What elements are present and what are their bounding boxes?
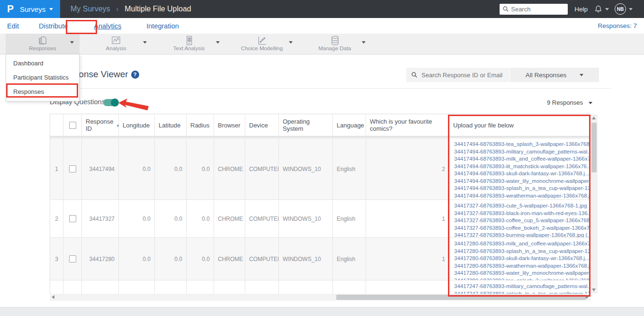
file-link[interactable]: 34417494-68763893-military_camouflage_pa… xyxy=(454,148,590,156)
toolbar-label: Choice Modelling xyxy=(225,45,298,51)
cell-latitude xyxy=(155,280,187,294)
toolbar-item-choice-modelling[interactable]: Choice Modelling xyxy=(225,34,298,54)
file-link[interactable]: 34417280-68763893-skull-dark-fantasy-wr-… xyxy=(454,255,590,262)
row-checkbox[interactable] xyxy=(69,255,76,262)
responses-dropdown-menu: Dashboard Participant Statistics Respons… xyxy=(6,54,80,101)
cell-language: English xyxy=(333,238,366,280)
toggle-knob xyxy=(111,99,119,107)
file-link[interactable]: 34417494-68763893-splash_in_a_tea_cup-wa… xyxy=(454,185,590,192)
responses-count-dropdown[interactable]: 9 Responses xyxy=(547,99,592,106)
header-upload-question[interactable]: Upload your file below xyxy=(449,114,590,136)
header-browser[interactable]: Browser xyxy=(214,114,245,136)
file-link[interactable]: 34417280-68763893-water_lily_monochrome-… xyxy=(454,270,590,277)
file-link[interactable]: 34417327-68763893-burning-wallpaper-1366… xyxy=(454,232,590,238)
file-link[interactable]: 34417494-68763893-water_lily_monochrome-… xyxy=(454,178,590,185)
tab-analytics[interactable]: Analytics xyxy=(94,22,121,30)
cell-latitude: 0.0 xyxy=(155,238,187,280)
display-questions-toggle[interactable] xyxy=(103,99,118,106)
tab-distribute[interactable]: Distribute xyxy=(39,22,68,30)
account-menu[interactable]: NB xyxy=(615,3,633,15)
header-longitude[interactable]: Longitude xyxy=(119,114,155,136)
avatar: NB xyxy=(615,3,626,15)
global-search[interactable] xyxy=(500,4,568,15)
header-comics-question[interactable]: Which is your favourite comics? xyxy=(366,114,449,136)
file-link[interactable]: 34417327-68763893-black-iron-man-with-re… xyxy=(454,210,590,217)
help-link[interactable]: Help xyxy=(574,6,588,13)
responses-count-link[interactable]: Responses: 7 xyxy=(598,22,637,29)
analysis-icon xyxy=(80,35,152,46)
cell-browser: CHROME xyxy=(214,138,245,200)
cell-response-id[interactable]: 34417327 xyxy=(82,200,119,238)
horizontal-scrollbar[interactable] xyxy=(50,294,590,301)
file-link[interactable]: 34417280-68763893-weatherman-wallpaper-1… xyxy=(454,262,590,270)
notifications-button[interactable] xyxy=(594,5,609,13)
file-link[interactable]: 34417494-68763893-tea_splash_3-wallpaper… xyxy=(454,141,590,148)
toolbar-item-text-analysis[interactable]: Text Analysis xyxy=(152,34,225,54)
header-radius[interactable]: Radius xyxy=(187,114,214,136)
menu-item-responses[interactable]: Responses xyxy=(6,85,79,99)
cell-uploaded-files: 34417280-68763893-milk_and_coffee-wallpa… xyxy=(449,238,590,280)
file-link[interactable]: 34417494-68763893-weatherman-wallpaper-1… xyxy=(454,192,590,200)
toolbar-item-analysis[interactable]: Analysis xyxy=(80,34,152,54)
file-link[interactable]: 34417327-68763893-coffee_cup_5-wallpaper… xyxy=(454,217,590,225)
cell-latitude: 0.0 xyxy=(155,138,187,200)
horizontal-scroll-thumb[interactable] xyxy=(336,295,586,300)
chevron-down-icon[interactable] xyxy=(70,41,74,44)
scroll-left-arrow-icon[interactable] xyxy=(52,295,54,299)
app-switcher[interactable]: P Surveys xyxy=(0,0,60,18)
chevron-down-icon[interactable] xyxy=(289,41,293,44)
search-input[interactable] xyxy=(500,4,568,15)
header-response-id[interactable]: Response ID▲ xyxy=(82,114,119,136)
bell-icon xyxy=(594,5,602,13)
response-filter-dropdown[interactable]: All Responses xyxy=(510,68,599,82)
chevron-down-icon[interactable] xyxy=(143,41,147,44)
file-link[interactable]: 34417280-68763893-milk_and_coffee-wallpa… xyxy=(454,240,590,248)
table-header-row: Response ID▲ Longitude Latitude Radius B… xyxy=(50,114,590,136)
chevron-down-icon xyxy=(629,8,633,10)
file-link[interactable]: 34417280-68763893-tea_splash_3-wallpaper… xyxy=(454,277,590,281)
chevron-down-icon[interactable] xyxy=(216,41,220,44)
cell-response-id[interactable]: 34417494 xyxy=(82,138,119,200)
chevron-down-icon xyxy=(49,8,53,10)
chevron-down-icon xyxy=(580,74,583,76)
file-link[interactable]: 34417247-68763893-military_camouflage_pa… xyxy=(454,283,590,290)
menu-item-dashboard[interactable]: Dashboard xyxy=(6,56,79,71)
scroll-down-arrow-icon[interactable] xyxy=(592,289,596,291)
chevron-down-icon xyxy=(605,8,609,10)
cell-latitude: 0.0 xyxy=(155,200,187,238)
toolbar-item-responses[interactable]: Responses xyxy=(6,34,80,54)
scroll-up-arrow-icon[interactable] xyxy=(592,117,596,119)
cell-longitude: 0.0 xyxy=(119,200,155,238)
file-link[interactable]: 34417327-68763893-cute_5-wallpaper-1366x… xyxy=(454,202,590,210)
file-link[interactable]: 34417280-68763893-splash_in_a_tea_cup-wa… xyxy=(454,248,590,255)
chevron-down-icon[interactable] xyxy=(362,41,366,44)
file-link[interactable]: 34417327-68763893-coffee_bokeh_2-wallpap… xyxy=(454,225,590,232)
breadcrumb-current-survey: Multiple File Upload xyxy=(125,5,191,13)
help-icon[interactable]: ? xyxy=(131,71,139,79)
menu-item-participant-statistics[interactable]: Participant Statistics xyxy=(6,71,79,85)
vertical-scrollbar[interactable] xyxy=(590,114,598,294)
response-search[interactable] xyxy=(406,68,510,82)
header-operating-system[interactable]: Operating System xyxy=(279,114,333,136)
toolbar-item-manage-data[interactable]: Manage Data xyxy=(298,34,371,54)
cell-radius: 0.0 xyxy=(187,138,214,200)
file-link[interactable]: 34417494-68763893-lit_matchstick-wallpap… xyxy=(454,163,590,171)
header-latitude[interactable]: Latitude xyxy=(155,114,187,136)
cell-response-id[interactable]: 34417280 xyxy=(82,238,119,280)
breadcrumb-my-surveys[interactable]: My Surveys xyxy=(71,5,110,13)
file-link[interactable]: 34417494-68763893-skull-dark-fantasy-wr-… xyxy=(454,170,590,178)
row-checkbox[interactable] xyxy=(69,165,76,172)
cell-uploaded-files: 34417494-68763893-tea_splash_3-wallpaper… xyxy=(449,138,590,200)
header-language[interactable]: Language xyxy=(333,114,366,136)
row-checkbox[interactable] xyxy=(69,215,76,222)
file-link[interactable]: 34417494-68763893-milk_and_coffee-wallpa… xyxy=(454,155,590,163)
tab-edit[interactable]: Edit xyxy=(7,22,19,30)
file-link[interactable]: 34417247-68763893-splash_in_a_tea_cup-wa… xyxy=(454,290,590,294)
tab-integration[interactable]: Integration xyxy=(146,22,179,30)
header-device[interactable]: Device xyxy=(245,114,279,136)
table-row: 34417247-68763893-military_camouflage_pa… xyxy=(50,280,590,294)
response-search-input[interactable] xyxy=(406,68,510,82)
scroll-right-arrow-icon[interactable] xyxy=(586,295,589,299)
vertical-scroll-thumb[interactable] xyxy=(591,123,597,172)
select-all-checkbox[interactable] xyxy=(69,122,76,129)
